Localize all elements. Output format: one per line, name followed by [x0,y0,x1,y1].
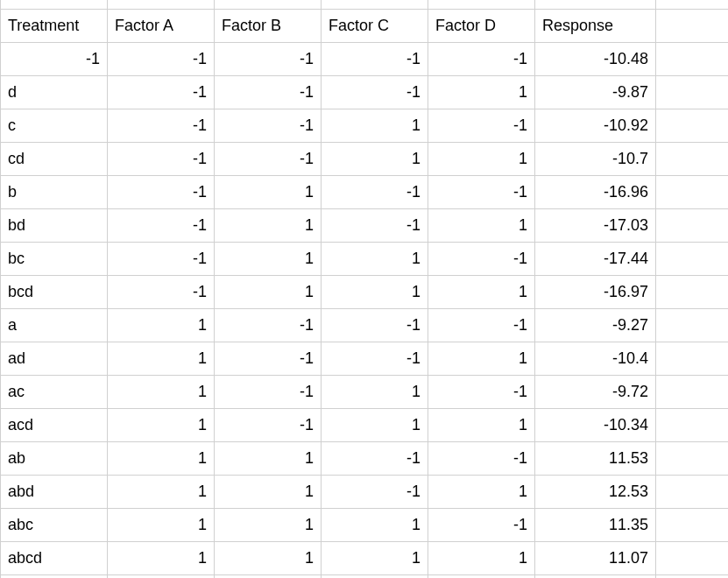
cell-factor-a[interactable]: -1 [108,242,215,275]
empty-cell[interactable] [656,275,729,308]
cell-factor-b[interactable]: -1 [215,408,322,441]
col-header-factor-b[interactable]: Factor B [215,9,322,42]
cell-response[interactable]: 11.35 [535,508,656,541]
cell-factor-c[interactable]: -1 [322,208,428,242]
cell-factor-c[interactable]: -1 [322,75,428,109]
cell-factor-b[interactable]: 1 [215,175,322,208]
cell-factor-d[interactable]: 1 [428,475,535,508]
cell-factor-c[interactable]: 1 [322,541,428,574]
empty-cell[interactable] [656,441,729,475]
cell-factor-c[interactable]: -1 [322,441,428,475]
cell-treatment[interactable]: -1 [1,42,108,75]
cell-factor-c[interactable]: -1 [322,175,428,208]
cell-factor-a[interactable]: -1 [108,208,215,242]
col-header-response[interactable]: Response [535,9,656,42]
cell-factor-d[interactable]: -1 [428,441,535,475]
cell-factor-c[interactable]: -1 [322,308,428,342]
cell-factor-c[interactable]: 1 [322,109,428,142]
cell-factor-a[interactable]: -1 [108,175,215,208]
cell-treatment[interactable]: acd [1,408,108,441]
cell-factor-d[interactable]: -1 [428,42,535,75]
empty-cell[interactable] [656,142,729,175]
cell-factor-a[interactable]: 1 [108,541,215,574]
cell-factor-a[interactable]: 1 [108,508,215,541]
cell-factor-a[interactable]: 1 [108,441,215,475]
cell-treatment[interactable]: bcd [1,275,108,308]
cell-factor-c[interactable]: -1 [322,42,428,75]
cell-treatment[interactable]: abc [1,508,108,541]
cell-factor-b[interactable]: 1 [215,541,322,574]
cell-factor-d[interactable]: 1 [428,541,535,574]
cell-response[interactable]: -17.44 [535,242,656,275]
empty-cell[interactable] [656,508,729,541]
empty-cell[interactable] [656,541,729,574]
cell-factor-d[interactable]: 1 [428,408,535,441]
cell-response[interactable]: -10.4 [535,342,656,375]
cell-factor-b[interactable]: -1 [215,42,322,75]
cell-treatment[interactable]: ab [1,441,108,475]
cell-factor-d[interactable]: 1 [428,342,535,375]
cell-treatment[interactable]: abd [1,475,108,508]
cell-factor-b[interactable]: 1 [215,508,322,541]
cell-factor-c[interactable]: 1 [322,408,428,441]
cell-response[interactable]: 12.53 [535,475,656,508]
empty-cell[interactable] [656,175,729,208]
cell-factor-c[interactable]: -1 [322,342,428,375]
cell-factor-b[interactable]: 1 [215,441,322,475]
cell-factor-d[interactable]: -1 [428,109,535,142]
cell-treatment[interactable]: abcd [1,541,108,574]
cell-treatment[interactable]: bc [1,242,108,275]
cell-response[interactable]: -10.34 [535,408,656,441]
cell-factor-d[interactable]: -1 [428,375,535,408]
cell-response[interactable]: -10.92 [535,109,656,142]
cell-factor-d[interactable]: -1 [428,242,535,275]
cell-factor-c[interactable]: 1 [322,375,428,408]
cell-factor-a[interactable]: 1 [108,375,215,408]
cell-factor-d[interactable]: 1 [428,208,535,242]
col-header-factor-a[interactable]: Factor A [108,9,215,42]
cell-treatment[interactable]: ac [1,375,108,408]
cell-factor-d[interactable]: 1 [428,275,535,308]
empty-cell[interactable] [656,308,729,342]
cell-response[interactable]: -9.27 [535,308,656,342]
cell-factor-a[interactable]: -1 [108,75,215,109]
empty-header-cell[interactable] [656,9,729,42]
col-header-factor-c[interactable]: Factor C [322,9,428,42]
empty-cell[interactable] [656,408,729,441]
cell-treatment[interactable]: d [1,75,108,109]
cell-factor-b[interactable]: -1 [215,109,322,142]
cell-factor-b[interactable]: -1 [215,375,322,408]
cell-factor-c[interactable]: 1 [322,508,428,541]
cell-response[interactable]: -9.72 [535,375,656,408]
cell-factor-d[interactable]: 1 [428,75,535,109]
empty-cell[interactable] [656,475,729,508]
cell-factor-a[interactable]: 1 [108,408,215,441]
cell-treatment[interactable]: bd [1,208,108,242]
cell-factor-a[interactable]: 1 [108,308,215,342]
empty-cell[interactable] [656,109,729,142]
cell-factor-b[interactable]: 1 [215,475,322,508]
cell-factor-a[interactable]: -1 [108,275,215,308]
cell-factor-d[interactable]: -1 [428,175,535,208]
empty-cell[interactable] [656,75,729,109]
cell-response[interactable]: -9.87 [535,75,656,109]
cell-factor-b[interactable]: -1 [215,342,322,375]
empty-cell[interactable] [656,375,729,408]
cell-response[interactable]: 11.07 [535,541,656,574]
cell-factor-b[interactable]: -1 [215,142,322,175]
cell-response[interactable]: -10.7 [535,142,656,175]
cell-factor-a[interactable]: 1 [108,342,215,375]
cell-factor-d[interactable]: 1 [428,142,535,175]
cell-response[interactable]: -16.97 [535,275,656,308]
cell-factor-a[interactable]: -1 [108,42,215,75]
cell-factor-a[interactable]: -1 [108,109,215,142]
cell-factor-a[interactable]: 1 [108,475,215,508]
cell-factor-a[interactable]: -1 [108,142,215,175]
col-header-treatment[interactable]: Treatment [1,9,108,42]
col-header-factor-d[interactable]: Factor D [428,9,535,42]
cell-response[interactable]: -16.96 [535,175,656,208]
cell-factor-b[interactable]: 1 [215,242,322,275]
cell-factor-d[interactable]: -1 [428,508,535,541]
cell-factor-b[interactable]: 1 [215,275,322,308]
cell-factor-d[interactable]: -1 [428,308,535,342]
